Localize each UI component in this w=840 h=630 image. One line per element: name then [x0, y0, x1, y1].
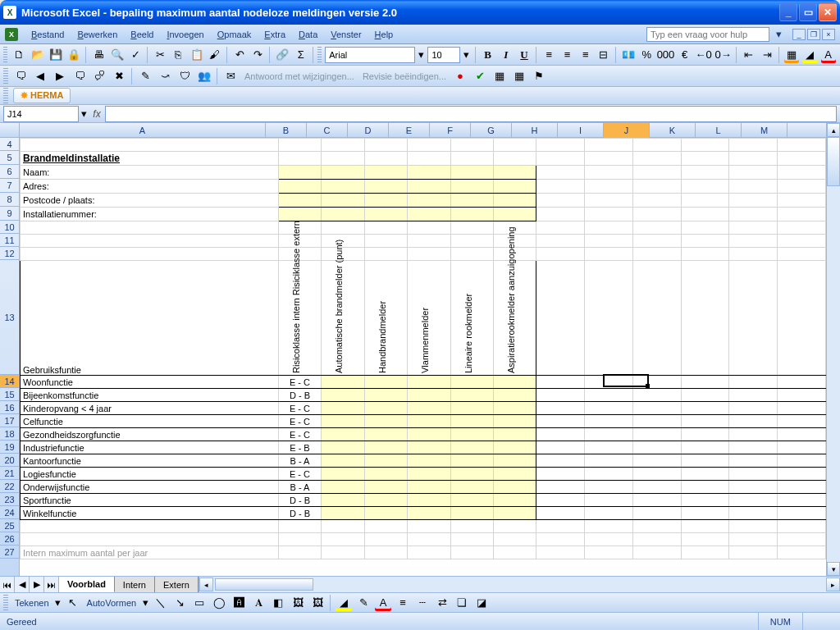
- cell-L19[interactable]: [729, 441, 778, 454]
- cell-E5[interactable]: [408, 152, 450, 166]
- cell-F20[interactable]: [450, 454, 493, 468]
- cell-I6[interactable]: [585, 166, 633, 180]
- scroll-up-button[interactable]: ▴: [827, 123, 840, 137]
- cell-F22[interactable]: [450, 481, 493, 494]
- review-flag-button[interactable]: ⚑: [530, 67, 548, 85]
- cell-D16[interactable]: [364, 402, 407, 415]
- save-button[interactable]: 💾: [48, 46, 64, 64]
- cell-E10[interactable]: [408, 221, 450, 235]
- cell-A11[interactable]: [21, 235, 279, 248]
- cell-D13[interactable]: Handbrandmelder: [364, 261, 407, 376]
- cell-F6[interactable]: [450, 166, 493, 180]
- col-header-D[interactable]: D: [348, 123, 389, 138]
- cell-I17[interactable]: [585, 415, 633, 428]
- menu-extra[interactable]: Extra: [258, 28, 292, 41]
- cell-I26[interactable]: [585, 533, 633, 546]
- redo-button[interactable]: ↷: [249, 46, 266, 64]
- cell-A10[interactable]: [21, 221, 279, 235]
- cell-J15[interactable]: [632, 389, 681, 402]
- cell-J8[interactable]: [632, 194, 681, 208]
- cell-L17[interactable]: [729, 415, 778, 428]
- cell-G9[interactable]: [494, 208, 536, 221]
- cell-H9[interactable]: [536, 208, 585, 221]
- cell-F26[interactable]: [450, 533, 493, 546]
- cell-I11[interactable]: [585, 235, 633, 248]
- cell-C5[interactable]: [322, 152, 364, 166]
- cell-L10[interactable]: [729, 221, 778, 235]
- cell-I7[interactable]: [585, 180, 633, 194]
- new-comment-button[interactable]: 🗨: [11, 67, 30, 85]
- row-header-9[interactable]: 9: [0, 207, 19, 221]
- cell-E11[interactable]: [408, 235, 450, 248]
- row-header-21[interactable]: 21: [0, 467, 19, 480]
- tab-nav-prev[interactable]: ◀: [15, 577, 30, 592]
- sheet-tab-extern[interactable]: Extern: [155, 577, 199, 592]
- cell-D4[interactable]: [364, 139, 407, 152]
- cell-A9[interactable]: Installatienummer:: [21, 208, 279, 221]
- cell-L26[interactable]: [729, 533, 778, 546]
- cell-M13[interactable]: [778, 261, 826, 376]
- line-button[interactable]: ＼: [151, 594, 169, 612]
- cell-L12[interactable]: [729, 248, 778, 261]
- show-comment-button[interactable]: 🗨: [71, 67, 89, 85]
- cell-E4[interactable]: [408, 139, 450, 152]
- cell-A20[interactable]: Kantoorfunctie: [21, 454, 279, 468]
- cell-L27[interactable]: [729, 546, 778, 559]
- cell-J26[interactable]: [632, 533, 681, 546]
- cell-J10[interactable]: [632, 221, 681, 235]
- cell-E13[interactable]: Vlammenmelder: [408, 261, 450, 376]
- decrease-decimal-button[interactable]: 0→: [714, 46, 733, 64]
- cell-F19[interactable]: [450, 441, 493, 454]
- cell-E15[interactable]: [408, 389, 450, 402]
- cell-L5[interactable]: [729, 152, 778, 166]
- cell-M21[interactable]: [778, 468, 826, 481]
- cell-M14[interactable]: [778, 376, 826, 389]
- row-header-6[interactable]: 6: [0, 165, 19, 179]
- print-button[interactable]: 🖶: [90, 46, 107, 64]
- cell-A24[interactable]: Winkelfunctie: [21, 507, 279, 520]
- cell-L16[interactable]: [729, 402, 778, 415]
- increase-decimal-button[interactable]: ←0: [695, 46, 713, 64]
- row-header-14[interactable]: 14: [0, 375, 19, 388]
- cell-I12[interactable]: [585, 248, 633, 261]
- cell-K22[interactable]: [681, 481, 729, 494]
- cell-F13[interactable]: Lineaire rookmelder: [450, 261, 493, 376]
- col-header-E[interactable]: E: [389, 123, 430, 138]
- cell-F10[interactable]: [450, 221, 493, 235]
- row-header-18[interactable]: 18: [0, 427, 19, 441]
- cell-K25[interactable]: [681, 520, 729, 533]
- cell-L22[interactable]: [729, 481, 778, 494]
- cell-F18[interactable]: [450, 428, 493, 441]
- cell-K14[interactable]: [681, 376, 729, 389]
- menu-invoegen[interactable]: Invoegen: [160, 28, 210, 41]
- menu-beeld[interactable]: Beeld: [124, 28, 160, 41]
- cell-J23[interactable]: [632, 494, 681, 507]
- cell-M26[interactable]: [778, 533, 826, 546]
- show-all-comments-button[interactable]: 🗪: [90, 67, 108, 85]
- name-box-dropdown-icon[interactable]: ▾: [79, 105, 89, 123]
- cell-H20[interactable]: [536, 454, 585, 468]
- cell-A7[interactable]: Adres:: [21, 180, 279, 194]
- cell-D9[interactable]: [364, 208, 407, 221]
- cell-C8[interactable]: [322, 194, 364, 208]
- euro-button[interactable]: €: [676, 46, 692, 64]
- arrow-style-button[interactable]: ⇄: [433, 594, 451, 612]
- cell-J11[interactable]: [632, 235, 681, 248]
- cell-G6[interactable]: [494, 166, 536, 180]
- cell-H18[interactable]: [536, 428, 585, 441]
- wordart-button[interactable]: 𝐀: [249, 594, 267, 612]
- cell-H19[interactable]: [536, 441, 585, 454]
- underline-button[interactable]: U: [516, 46, 532, 64]
- toolbar-grip[interactable]: [3, 47, 7, 63]
- menu-data[interactable]: Data: [292, 28, 324, 41]
- cell-A17[interactable]: Celfunctie: [21, 415, 279, 428]
- cell-K24[interactable]: [681, 507, 729, 520]
- cell-L9[interactable]: [729, 208, 778, 221]
- shadow-button[interactable]: ❏: [453, 594, 471, 612]
- row-header-23[interactable]: 23: [0, 493, 19, 506]
- cell-C9[interactable]: [322, 208, 364, 221]
- copy-button[interactable]: ⎘: [170, 46, 186, 64]
- cell-E26[interactable]: [408, 533, 450, 546]
- cell-E24[interactable]: [408, 507, 450, 520]
- cell-A12[interactable]: [21, 248, 279, 261]
